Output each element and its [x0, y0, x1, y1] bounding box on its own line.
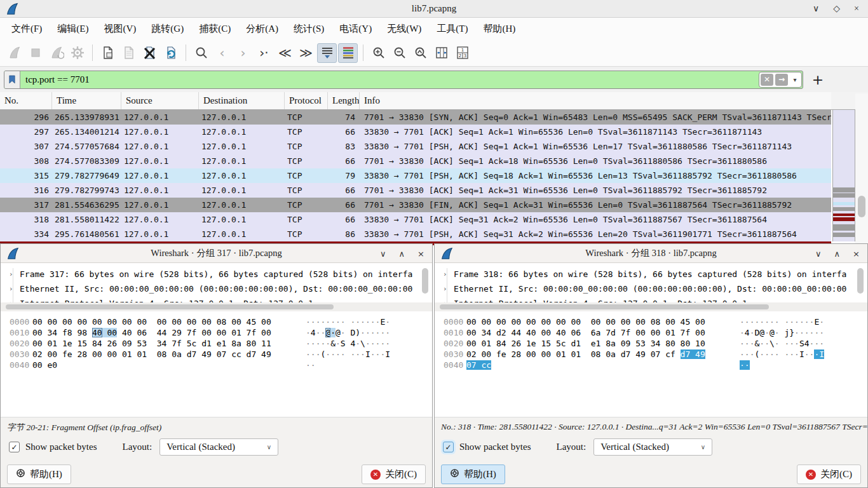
packet-row-308[interactable]: 308274.577083309127.0.0.1127.0.0.1TCP667…: [0, 154, 831, 168]
packet-row-318[interactable]: 318281.558011422127.0.0.1127.0.0.1TCP663…: [0, 212, 831, 227]
hex-row[interactable]: 003002 00 fe 28 00 00 01 01 08 0a d7 49 …: [435, 349, 867, 360]
tree-horizontal-scrollbar[interactable]: [435, 302, 867, 311]
menu-item-help[interactable]: 帮助(H): [475, 18, 523, 39]
help-button[interactable]: 帮助(H): [441, 464, 505, 484]
auto-scroll-button[interactable]: [317, 43, 337, 63]
tree-expander-icon[interactable]: ›: [9, 267, 13, 281]
packet-row-307[interactable]: 307274.577057684127.0.0.1127.0.0.1TCP833…: [0, 139, 831, 154]
close-icon[interactable]: ×: [417, 249, 424, 259]
zoom-in-button[interactable]: [369, 43, 388, 63]
go-last-packet-button[interactable]: ≫: [296, 43, 316, 63]
reload-capture-file-button[interactable]: [161, 43, 180, 63]
close-button[interactable]: ✕关闭(C): [362, 464, 426, 484]
dialog-titlebar[interactable]: Wireshark · 分组 318 · lib7.pcapng∨∧×: [435, 244, 867, 263]
packet-row-317[interactable]: 317281.554636295127.0.0.1127.0.0.1TCP667…: [0, 198, 831, 212]
menu-item-tools[interactable]: 工具(T): [429, 18, 475, 39]
packet-row-316[interactable]: 316279.782799743127.0.0.1127.0.0.1TCP667…: [0, 183, 831, 198]
close-capture-file-button[interactable]: [140, 43, 159, 63]
minimize-icon[interactable]: ∨: [813, 0, 819, 18]
column-header-source[interactable]: Source: [121, 92, 199, 109]
tree-expander-icon[interactable]: ›: [443, 267, 447, 281]
open-capture-file-button[interactable]: [98, 43, 118, 63]
hex-row[interactable]: 000000 00 00 00 00 00 00 00 00 00 00 00 …: [435, 316, 867, 327]
tree-row[interactable]: ›Internet Protocol Version 4, Src: 127.0…: [435, 296, 867, 302]
tree-horizontal-scrollbar[interactable]: [1, 302, 432, 311]
close-icon[interactable]: ×: [854, 0, 859, 18]
filter-bookmark-icon[interactable]: [4, 71, 20, 88]
menu-item-view[interactable]: 视图(V): [97, 18, 144, 39]
hex-row[interactable]: 002000 01 84 26 1e 15 5c d1 e1 8a 09 53 …: [435, 338, 867, 349]
column-layout-button[interactable]: 123: [452, 43, 472, 63]
show-packet-bytes-checkbox[interactable]: ✓: [443, 442, 454, 452]
find-packet-button[interactable]: [191, 43, 211, 63]
hex-row[interactable]: 002000 01 1e 15 84 26 09 53 34 7f 5c d1 …: [1, 338, 432, 349]
filter-clear-icon[interactable]: ✕: [761, 74, 773, 86]
hex-row[interactable]: 000000 00 00 00 00 00 00 00 00 00 00 00 …: [1, 316, 432, 327]
layout-select[interactable]: Vertical (Stacked)∨: [593, 438, 712, 456]
minimize-icon[interactable]: ∨: [380, 249, 386, 259]
menu-item-edit[interactable]: 编辑(E): [50, 18, 96, 39]
filter-add-button[interactable]: +: [808, 72, 827, 88]
filter-history-caret-icon[interactable]: ▾: [790, 76, 800, 83]
maximize-icon[interactable]: ◇: [833, 0, 840, 18]
tree-expander-icon[interactable]: ›: [9, 281, 13, 296]
tree-row[interactable]: ›Internet Protocol Version 4, Src: 127.0…: [1, 296, 432, 302]
tree-row[interactable]: ›Ethernet II, Src: 00:00:00_00:00:00 (00…: [1, 281, 432, 296]
close-icon[interactable]: ×: [853, 249, 860, 259]
packet-bytes-pane[interactable]: 000000 00 00 00 00 00 00 00 00 00 00 00 …: [1, 311, 432, 417]
zoom-reset-button[interactable]: [410, 43, 430, 63]
menu-item-analyze[interactable]: 分析(A): [238, 18, 286, 39]
hex-row[interactable]: 004000 e0··: [1, 360, 432, 370]
packet-detail-tree[interactable]: ›Frame 317: 66 bytes on wire (528 bits),…: [1, 263, 432, 302]
packet-row-315[interactable]: 315279.782779649127.0.0.1127.0.0.1TCP793…: [0, 168, 831, 183]
column-header-destination[interactable]: Destination: [199, 92, 285, 109]
menu-item-go[interactable]: 跳转(G): [144, 18, 191, 39]
packet-row-296[interactable]: 296265.133978931127.0.0.1127.0.0.1TCP747…: [0, 110, 831, 125]
hex-row[interactable]: 004007 cc··: [435, 360, 867, 370]
go-first-packet-button[interactable]: ≪: [275, 43, 295, 63]
packet-row-297[interactable]: 297265.134001214127.0.0.1127.0.0.1TCP663…: [0, 125, 831, 139]
column-header-no[interactable]: No.: [0, 92, 52, 109]
colorize-packets-button[interactable]: [338, 43, 358, 63]
menu-item-capture[interactable]: 捕获(C): [191, 18, 238, 39]
packet-list-minimap[interactable]: [832, 110, 855, 241]
hex-row[interactable]: 003002 00 fe 28 00 00 01 01 08 0a d7 49 …: [1, 349, 432, 360]
menu-item-file[interactable]: 文件(F): [4, 18, 50, 39]
tree-scrollbar-thumb[interactable]: [422, 268, 428, 294]
restore-icon[interactable]: ∧: [399, 249, 405, 259]
packet-list-scrollbar[interactable]: [855, 93, 868, 243]
packet-row-334[interactable]: 334295.761480561127.0.0.1127.0.0.1TCP863…: [0, 227, 831, 241]
tree-row[interactable]: ›Frame 317: 66 bytes on wire (528 bits),…: [1, 267, 432, 281]
tree-expander-icon[interactable]: ›: [9, 296, 13, 302]
scrollbar-thumb[interactable]: [858, 196, 865, 217]
packet-bytes-pane[interactable]: 000000 00 00 00 00 00 00 00 00 00 00 00 …: [435, 311, 867, 417]
tree-row[interactable]: ›Ethernet II, Src: 00:00:00_00:00:00 (00…: [435, 281, 867, 296]
menu-item-statistics[interactable]: 统计(S): [286, 18, 332, 39]
go-to-packet-button[interactable]: ›·: [254, 43, 274, 63]
minimize-icon[interactable]: ∨: [815, 249, 822, 259]
menu-item-telephony[interactable]: 电话(Y): [332, 18, 379, 39]
display-filter-input[interactable]: tcp.port == 7701 ✕ → ▾: [4, 71, 803, 89]
zoom-out-button[interactable]: [390, 43, 409, 63]
tree-expander-icon[interactable]: ›: [443, 281, 447, 296]
filter-expression-text[interactable]: tcp.port == 7701: [20, 74, 759, 85]
layout-select[interactable]: Vertical (Stacked)∨: [159, 438, 278, 456]
help-button[interactable]: 帮助(H): [7, 464, 71, 484]
close-button[interactable]: ✕关闭(C): [797, 464, 861, 484]
hex-row[interactable]: 001000 34 f8 98 40 00 40 06 44 29 7f 00 …: [1, 327, 432, 338]
restore-icon[interactable]: ∧: [834, 249, 841, 259]
packet-detail-tree[interactable]: ›Frame 318: 66 bytes on wire (528 bits),…: [435, 263, 867, 302]
dialog-titlebar[interactable]: Wireshark · 分组 317 · lib7.pcapng∨∧×: [1, 244, 432, 263]
tree-expander-icon[interactable]: ›: [443, 296, 447, 302]
show-packet-bytes-checkbox[interactable]: ✓: [9, 442, 20, 452]
column-header-protocol[interactable]: Protocol: [285, 92, 328, 109]
resize-columns-button[interactable]: [431, 43, 451, 63]
scrollbar-thumb[interactable]: [440, 304, 769, 309]
column-header-length[interactable]: Length: [328, 92, 360, 109]
column-header-time[interactable]: Time: [52, 92, 121, 109]
scrollbar-thumb[interactable]: [6, 304, 334, 309]
column-header-info[interactable]: Info: [360, 92, 868, 109]
filter-apply-icon[interactable]: →: [775, 74, 788, 86]
tree-row[interactable]: ›Frame 318: 66 bytes on wire (528 bits),…: [435, 267, 867, 281]
hex-row[interactable]: 001000 34 d2 44 40 00 40 06 6a 7d 7f 00 …: [435, 327, 867, 338]
